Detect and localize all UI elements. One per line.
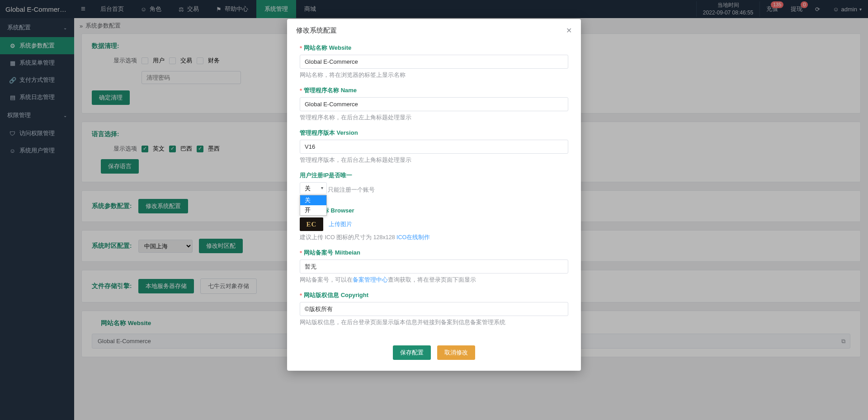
field-label: 管理程序名称 Name — [304, 86, 357, 94]
field-label: 网站名称 Website — [304, 44, 351, 52]
field-label: 管理程序版本 Version — [300, 129, 358, 137]
required-mark: * — [300, 45, 302, 52]
close-icon[interactable]: ✕ — [566, 26, 572, 35]
browser-logo-preview: EC — [300, 217, 323, 231]
ip-unique-select[interactable]: 关 — [300, 182, 327, 194]
save-config-button[interactable]: 保存配置 — [393, 345, 431, 360]
field-label: 网站版权信息 Copyright — [304, 291, 368, 299]
copyright-input[interactable] — [300, 302, 568, 316]
field-help: 只能注册一个账号 — [328, 186, 568, 194]
field-help: 建议上传 ICO 图标的尺寸为 128x128 ICO在线制作 — [300, 234, 568, 241]
field-help: 管理程序版本，在后台左上角标题处理显示 — [300, 156, 568, 164]
field-help: 网站备案号，可以在备案管理中心查询获取，将在登录页面下面显示 — [300, 276, 568, 284]
upload-image-link[interactable]: 上传图片 — [329, 220, 352, 228]
required-mark: * — [300, 250, 302, 256]
dropdown-option-on[interactable]: 开 — [300, 205, 326, 215]
website-input[interactable] — [300, 55, 568, 69]
beian-center-link[interactable]: 备案管理中心 — [353, 277, 388, 283]
miitbeian-input[interactable] — [300, 260, 568, 274]
field-help: 网站版权信息，在后台登录页面显示版本信息并链接到备案到信息备案管理系统 — [300, 319, 568, 326]
version-input[interactable] — [300, 140, 568, 154]
field-label: 网站备案号 Miitbeian — [304, 249, 360, 257]
modal-system-config: 修改系统配置 ✕ *网站名称 Website 网站名称，将在浏览器的标签上显示名… — [287, 19, 581, 371]
field-label: 用户注册IP是否唯一 — [300, 171, 352, 179]
field-help: 网站名称，将在浏览器的标签上显示名称 — [300, 71, 568, 79]
ip-select-dropdown: 关 开 — [300, 195, 327, 216]
required-mark: * — [300, 292, 302, 299]
dropdown-option-off[interactable]: 关 — [300, 195, 326, 205]
field-help: 管理程序名称，在后台左上角标题处理显示 — [300, 114, 568, 122]
ico-maker-link[interactable]: ICO在线制作 — [396, 234, 430, 241]
modal-title: 修改系统配置 — [296, 26, 337, 35]
required-mark: * — [300, 87, 302, 94]
cancel-modify-button[interactable]: 取消修改 — [437, 345, 475, 360]
name-input[interactable] — [300, 97, 568, 111]
